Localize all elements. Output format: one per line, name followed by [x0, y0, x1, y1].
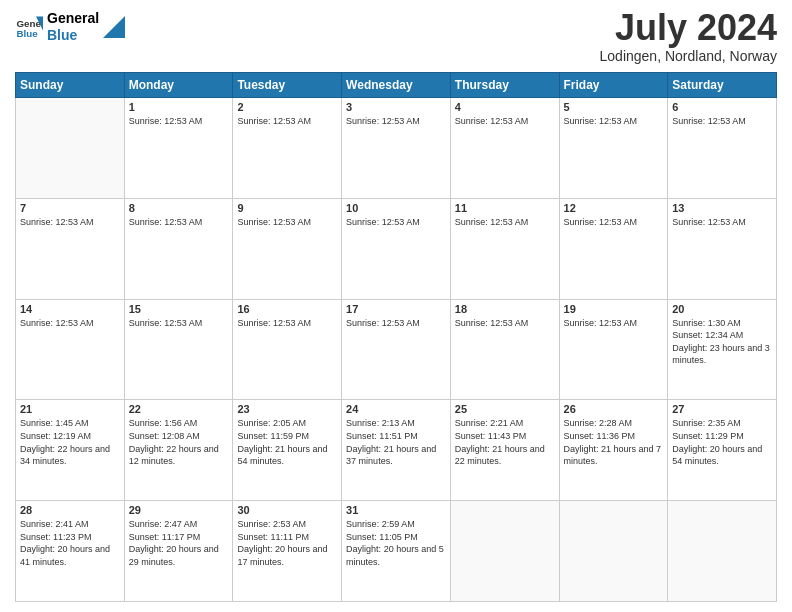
- day-number: 3: [346, 101, 446, 113]
- weekday-header-saturday: Saturday: [668, 73, 777, 98]
- svg-text:Blue: Blue: [16, 28, 38, 39]
- calendar-cell: 3Sunrise: 12:53 AM: [342, 98, 451, 199]
- weekday-header-friday: Friday: [559, 73, 668, 98]
- day-info: Sunrise: 12:53 AM: [129, 115, 229, 128]
- day-info: Sunrise: 1:30 AM Sunset: 12:34 AM Daylig…: [672, 317, 772, 367]
- calendar-cell: 17Sunrise: 12:53 AM: [342, 299, 451, 400]
- day-info: Sunrise: 12:53 AM: [346, 115, 446, 128]
- calendar-body: 1Sunrise: 12:53 AM2Sunrise: 12:53 AM3Sun…: [16, 98, 777, 602]
- calendar-cell: 9Sunrise: 12:53 AM: [233, 198, 342, 299]
- calendar-cell: 26Sunrise: 2:28 AM Sunset: 11:36 PM Dayl…: [559, 400, 668, 501]
- day-info: Sunrise: 12:53 AM: [237, 115, 337, 128]
- day-info: Sunrise: 12:53 AM: [346, 317, 446, 330]
- day-info: Sunrise: 12:53 AM: [20, 216, 120, 229]
- calendar-cell: [450, 501, 559, 602]
- day-number: 5: [564, 101, 664, 113]
- day-info: Sunrise: 12:53 AM: [346, 216, 446, 229]
- logo-icon: General Blue: [15, 13, 43, 41]
- calendar-cell: 25Sunrise: 2:21 AM Sunset: 11:43 PM Dayl…: [450, 400, 559, 501]
- weekday-header-sunday: Sunday: [16, 73, 125, 98]
- day-info: Sunrise: 1:56 AM Sunset: 12:08 AM Daylig…: [129, 417, 229, 467]
- calendar-cell: 4Sunrise: 12:53 AM: [450, 98, 559, 199]
- day-info: Sunrise: 2:13 AM Sunset: 11:51 PM Daylig…: [346, 417, 446, 467]
- calendar-cell: 5Sunrise: 12:53 AM: [559, 98, 668, 199]
- calendar-cell: 31Sunrise: 2:59 AM Sunset: 11:05 PM Dayl…: [342, 501, 451, 602]
- day-info: Sunrise: 12:53 AM: [237, 216, 337, 229]
- calendar-cell: [16, 98, 125, 199]
- day-number: 24: [346, 403, 446, 415]
- calendar-cell: 24Sunrise: 2:13 AM Sunset: 11:51 PM Dayl…: [342, 400, 451, 501]
- calendar-cell: 13Sunrise: 12:53 AM: [668, 198, 777, 299]
- day-number: 10: [346, 202, 446, 214]
- day-number: 26: [564, 403, 664, 415]
- weekday-header-thursday: Thursday: [450, 73, 559, 98]
- logo-blue-text: Blue: [47, 27, 99, 44]
- day-info: Sunrise: 2:47 AM Sunset: 11:17 PM Daylig…: [129, 518, 229, 568]
- day-number: 2: [237, 101, 337, 113]
- logo: General Blue General Blue: [15, 10, 125, 44]
- day-number: 6: [672, 101, 772, 113]
- day-info: Sunrise: 1:45 AM Sunset: 12:19 AM Daylig…: [20, 417, 120, 467]
- calendar-cell: 19Sunrise: 12:53 AM: [559, 299, 668, 400]
- weekday-header-monday: Monday: [124, 73, 233, 98]
- calendar-cell: 14Sunrise: 12:53 AM: [16, 299, 125, 400]
- logo-triangle-icon: [103, 16, 125, 38]
- day-number: 7: [20, 202, 120, 214]
- day-info: Sunrise: 2:35 AM Sunset: 11:29 PM Daylig…: [672, 417, 772, 467]
- calendar-cell: 15Sunrise: 12:53 AM: [124, 299, 233, 400]
- day-number: 16: [237, 303, 337, 315]
- day-number: 1: [129, 101, 229, 113]
- day-info: Sunrise: 12:53 AM: [237, 317, 337, 330]
- day-info: Sunrise: 12:53 AM: [129, 216, 229, 229]
- day-number: 18: [455, 303, 555, 315]
- calendar-cell: 23Sunrise: 2:05 AM Sunset: 11:59 PM Dayl…: [233, 400, 342, 501]
- day-number: 11: [455, 202, 555, 214]
- week-row-0: 1Sunrise: 12:53 AM2Sunrise: 12:53 AM3Sun…: [16, 98, 777, 199]
- header: General Blue General Blue July 2024 Lodi…: [15, 10, 777, 64]
- day-info: Sunrise: 2:05 AM Sunset: 11:59 PM Daylig…: [237, 417, 337, 467]
- day-info: Sunrise: 2:28 AM Sunset: 11:36 PM Daylig…: [564, 417, 664, 467]
- weekday-header-row: SundayMondayTuesdayWednesdayThursdayFrid…: [16, 73, 777, 98]
- day-number: 15: [129, 303, 229, 315]
- week-row-3: 21Sunrise: 1:45 AM Sunset: 12:19 AM Dayl…: [16, 400, 777, 501]
- day-number: 28: [20, 504, 120, 516]
- calendar-cell: 30Sunrise: 2:53 AM Sunset: 11:11 PM Dayl…: [233, 501, 342, 602]
- calendar-cell: 22Sunrise: 1:56 AM Sunset: 12:08 AM Dayl…: [124, 400, 233, 501]
- week-row-4: 28Sunrise: 2:41 AM Sunset: 11:23 PM Dayl…: [16, 501, 777, 602]
- day-info: Sunrise: 2:59 AM Sunset: 11:05 PM Daylig…: [346, 518, 446, 568]
- calendar-table: SundayMondayTuesdayWednesdayThursdayFrid…: [15, 72, 777, 602]
- calendar-cell: 18Sunrise: 12:53 AM: [450, 299, 559, 400]
- calendar-cell: 1Sunrise: 12:53 AM: [124, 98, 233, 199]
- day-info: Sunrise: 2:41 AM Sunset: 11:23 PM Daylig…: [20, 518, 120, 568]
- day-number: 20: [672, 303, 772, 315]
- day-number: 8: [129, 202, 229, 214]
- calendar-cell: 29Sunrise: 2:47 AM Sunset: 11:17 PM Dayl…: [124, 501, 233, 602]
- day-info: Sunrise: 12:53 AM: [672, 216, 772, 229]
- calendar-cell: 21Sunrise: 1:45 AM Sunset: 12:19 AM Dayl…: [16, 400, 125, 501]
- calendar-cell: 6Sunrise: 12:53 AM: [668, 98, 777, 199]
- day-info: Sunrise: 12:53 AM: [455, 216, 555, 229]
- day-info: Sunrise: 2:53 AM Sunset: 11:11 PM Daylig…: [237, 518, 337, 568]
- svg-marker-3: [103, 16, 125, 38]
- day-info: Sunrise: 12:53 AM: [564, 115, 664, 128]
- calendar-cell: 2Sunrise: 12:53 AM: [233, 98, 342, 199]
- day-number: 14: [20, 303, 120, 315]
- calendar-cell: 10Sunrise: 12:53 AM: [342, 198, 451, 299]
- week-row-1: 7Sunrise: 12:53 AM8Sunrise: 12:53 AM9Sun…: [16, 198, 777, 299]
- day-info: Sunrise: 12:53 AM: [564, 317, 664, 330]
- day-number: 22: [129, 403, 229, 415]
- day-number: 17: [346, 303, 446, 315]
- calendar-cell: 8Sunrise: 12:53 AM: [124, 198, 233, 299]
- day-number: 13: [672, 202, 772, 214]
- weekday-header-tuesday: Tuesday: [233, 73, 342, 98]
- calendar-cell: [668, 501, 777, 602]
- calendar-cell: 16Sunrise: 12:53 AM: [233, 299, 342, 400]
- day-number: 29: [129, 504, 229, 516]
- day-info: Sunrise: 12:53 AM: [564, 216, 664, 229]
- page: General Blue General Blue July 2024 Lodi…: [0, 0, 792, 612]
- day-info: Sunrise: 12:53 AM: [672, 115, 772, 128]
- weekday-header-wednesday: Wednesday: [342, 73, 451, 98]
- week-row-2: 14Sunrise: 12:53 AM15Sunrise: 12:53 AM16…: [16, 299, 777, 400]
- day-number: 31: [346, 504, 446, 516]
- day-info: Sunrise: 12:53 AM: [455, 317, 555, 330]
